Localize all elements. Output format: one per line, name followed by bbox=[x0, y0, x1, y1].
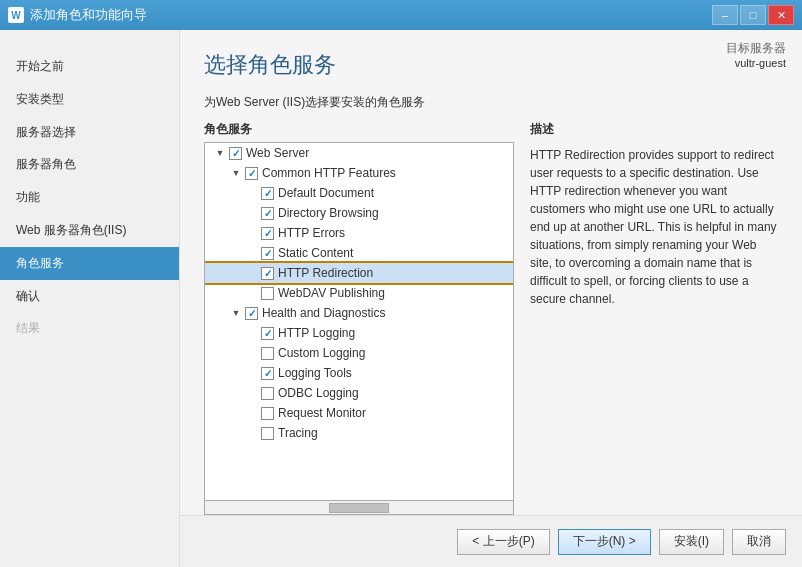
expander-placeholder bbox=[245, 186, 259, 200]
expander-placeholder bbox=[245, 406, 259, 420]
expander-placeholder bbox=[245, 206, 259, 220]
checkbox-webdav[interactable] bbox=[261, 287, 274, 300]
expander-placeholder bbox=[245, 226, 259, 240]
desc-text: HTTP Redirection provides support to red… bbox=[530, 142, 778, 515]
checkbox-static-content[interactable] bbox=[261, 247, 274, 260]
target-server-block: 目标服务器 vultr-guest bbox=[726, 40, 786, 69]
minimize-button[interactable]: – bbox=[712, 5, 738, 25]
h-scroll-thumb[interactable] bbox=[329, 503, 389, 513]
tree-item-common-http[interactable]: ▼ Common HTTP Features bbox=[205, 163, 513, 183]
checkbox-http-redirect[interactable] bbox=[261, 267, 274, 280]
main-container: 开始之前 安装类型 服务器选择 服务器角色 功能 Web 服务器角色(IIS) … bbox=[0, 30, 802, 567]
sidebar-item-role-services[interactable]: 角色服务 bbox=[0, 247, 179, 280]
tree-item-static-content[interactable]: Static Content bbox=[205, 243, 513, 263]
tree-item-http-errors[interactable]: HTTP Errors bbox=[205, 223, 513, 243]
checkbox-default-doc[interactable] bbox=[261, 187, 274, 200]
two-col-layout: 角色服务 ▼ Web Server ▼ Common HTTP Feat bbox=[204, 121, 778, 515]
expander-placeholder bbox=[245, 386, 259, 400]
sidebar-item-start[interactable]: 开始之前 bbox=[0, 50, 179, 83]
tree-item-http-redirect[interactable]: HTTP Redirection bbox=[205, 263, 513, 283]
app-icon: W bbox=[8, 7, 24, 23]
sidebar-item-confirm[interactable]: 确认 bbox=[0, 280, 179, 313]
sidebar-item-features[interactable]: 功能 bbox=[0, 181, 179, 214]
checkbox-http-logging[interactable] bbox=[261, 327, 274, 340]
expander-placeholder bbox=[245, 366, 259, 380]
tree-item-req-monitor[interactable]: Request Monitor bbox=[205, 403, 513, 423]
expander-icon: ▼ bbox=[229, 306, 243, 320]
tree-panel: 角色服务 ▼ Web Server ▼ Common HTTP Feat bbox=[204, 121, 514, 515]
tree-item-odbc-logging[interactable]: ODBC Logging bbox=[205, 383, 513, 403]
window-controls: – □ ✕ bbox=[712, 5, 794, 25]
sidebar-item-web-server[interactable]: Web 服务器角色(IIS) bbox=[0, 214, 179, 247]
desc-header: 描述 bbox=[530, 121, 778, 138]
window-title: 添加角色和功能向导 bbox=[30, 6, 147, 24]
tree-item-custom-logging[interactable]: Custom Logging bbox=[205, 343, 513, 363]
tree-header: 角色服务 bbox=[204, 121, 514, 138]
tree-item-default-doc[interactable]: Default Document bbox=[205, 183, 513, 203]
checkbox-custom-logging[interactable] bbox=[261, 347, 274, 360]
tree-item-health-diag[interactable]: ▼ Health and Diagnostics bbox=[205, 303, 513, 323]
checkbox-dir-browse[interactable] bbox=[261, 207, 274, 220]
page-title: 选择角色服务 bbox=[204, 50, 778, 80]
expander-placeholder bbox=[245, 426, 259, 440]
prev-button[interactable]: < 上一步(P) bbox=[457, 529, 549, 555]
checkbox-logging-tools[interactable] bbox=[261, 367, 274, 380]
checkbox-req-monitor[interactable] bbox=[261, 407, 274, 420]
tree-item-logging-tools[interactable]: Logging Tools bbox=[205, 363, 513, 383]
install-button[interactable]: 安装(I) bbox=[659, 529, 724, 555]
page-subtitle: 为Web Server (IIS)选择要安装的角色服务 bbox=[204, 94, 778, 111]
expander-icon: ▼ bbox=[213, 146, 227, 160]
expander-placeholder bbox=[245, 266, 259, 280]
checkbox-tracing[interactable] bbox=[261, 427, 274, 440]
description-panel: 描述 HTTP Redirection provides support to … bbox=[530, 121, 778, 515]
target-server-label: 目标服务器 bbox=[726, 40, 786, 57]
checkbox-odbc-logging[interactable] bbox=[261, 387, 274, 400]
checkbox-http-errors[interactable] bbox=[261, 227, 274, 240]
horizontal-scrollbar[interactable] bbox=[204, 501, 514, 515]
tree-item-web-server[interactable]: ▼ Web Server bbox=[205, 143, 513, 163]
next-button[interactable]: 下一步(N) > bbox=[558, 529, 651, 555]
tree-item-dir-browse[interactable]: Directory Browsing bbox=[205, 203, 513, 223]
content-area: 选择角色服务 为Web Server (IIS)选择要安装的角色服务 角色服务 … bbox=[180, 30, 802, 515]
bottom-bar: < 上一步(P) 下一步(N) > 安装(I) 取消 bbox=[180, 515, 802, 567]
checkbox-web-server[interactable] bbox=[229, 147, 242, 160]
sidebar-item-server-select[interactable]: 服务器选择 bbox=[0, 116, 179, 149]
sidebar: 开始之前 安装类型 服务器选择 服务器角色 功能 Web 服务器角色(IIS) … bbox=[0, 30, 180, 567]
checkbox-common-http[interactable] bbox=[245, 167, 258, 180]
tree-item-webdav[interactable]: WebDAV Publishing bbox=[205, 283, 513, 303]
maximize-button[interactable]: □ bbox=[740, 5, 766, 25]
sidebar-item-results: 结果 bbox=[0, 312, 179, 345]
expander-icon: ▼ bbox=[229, 166, 243, 180]
expander-placeholder bbox=[245, 326, 259, 340]
sidebar-item-server-role[interactable]: 服务器角色 bbox=[0, 148, 179, 181]
checkbox-health-diag[interactable] bbox=[245, 307, 258, 320]
title-bar: W 添加角色和功能向导 – □ ✕ bbox=[0, 0, 802, 30]
tree-item-http-logging[interactable]: HTTP Logging bbox=[205, 323, 513, 343]
expander-placeholder bbox=[245, 246, 259, 260]
expander-placeholder bbox=[245, 286, 259, 300]
close-button[interactable]: ✕ bbox=[768, 5, 794, 25]
tree-scroll[interactable]: ▼ Web Server ▼ Common HTTP Features bbox=[204, 142, 514, 501]
sidebar-item-install-type[interactable]: 安装类型 bbox=[0, 83, 179, 116]
cancel-button[interactable]: 取消 bbox=[732, 529, 786, 555]
tree-item-tracing[interactable]: Tracing bbox=[205, 423, 513, 443]
expander-placeholder bbox=[245, 346, 259, 360]
target-server-name: vultr-guest bbox=[726, 57, 786, 69]
